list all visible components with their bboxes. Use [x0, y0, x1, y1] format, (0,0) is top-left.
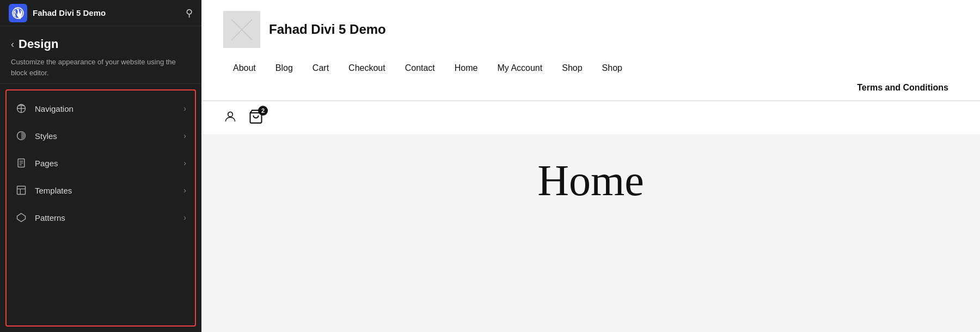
nav-link-cart[interactable]: Cart	[303, 59, 339, 81]
design-title: Design	[19, 37, 58, 51]
styles-chevron-icon: ›	[183, 131, 186, 140]
cart-icon-wrap[interactable]: 2	[248, 109, 264, 126]
site-name: Fahad Divi 5 Demo	[269, 22, 386, 37]
templates-label: Templates	[35, 186, 72, 195]
styles-icon	[15, 130, 27, 142]
navigation-icon	[15, 102, 27, 114]
svg-point-13	[228, 112, 233, 117]
design-back-row: ‹ Design	[11, 37, 191, 51]
sidebar: Fahad Divi 5 Demo ⚲ ‹ Design Customize t…	[0, 0, 201, 332]
templates-chevron-icon: ›	[183, 186, 186, 195]
page-heading: Home	[537, 156, 644, 206]
logo-placeholder-x	[223, 11, 260, 48]
sidebar-site-title: Fahad Divi 5 Demo	[33, 8, 180, 17]
nav-link-home[interactable]: Home	[445, 59, 488, 81]
sidebar-menu: Navigation › Styles ›	[5, 89, 196, 327]
pages-chevron-icon: ›	[183, 159, 186, 167]
patterns-icon	[15, 212, 27, 224]
styles-label: Styles	[35, 131, 57, 141]
cart-badge: 2	[258, 106, 268, 116]
user-icon[interactable]	[223, 110, 237, 126]
pages-label: Pages	[35, 159, 58, 168]
templates-icon	[15, 184, 27, 196]
nav-link-checkout[interactable]: Checkout	[339, 59, 395, 81]
sidebar-topbar: Fahad Divi 5 Demo ⚲	[0, 0, 201, 26]
sidebar-item-templates[interactable]: Templates ›	[7, 177, 195, 204]
nav-link-contact[interactable]: Contact	[395, 59, 445, 81]
sidebar-item-styles[interactable]: Styles ›	[7, 122, 195, 149]
patterns-chevron-icon: ›	[183, 213, 186, 222]
navigation-chevron-icon: ›	[183, 104, 186, 113]
site-branding: Fahad Divi 5 Demo	[223, 5, 958, 53]
site-logo-placeholder	[223, 11, 260, 48]
search-button[interactable]: ⚲	[186, 7, 193, 19]
nav-link-shop-1[interactable]: Shop	[552, 59, 592, 81]
nav-link-blog[interactable]: Blog	[266, 59, 303, 81]
pages-icon	[15, 157, 27, 169]
back-button[interactable]: ‹	[11, 39, 14, 50]
wp-logo	[9, 4, 27, 22]
nav-link-my-account[interactable]: My Account	[488, 59, 553, 81]
svg-marker-12	[17, 214, 26, 222]
nav-row2: Terms and Conditions	[223, 81, 958, 100]
navigation-label: Navigation	[35, 104, 74, 113]
page-content: Home	[201, 134, 980, 332]
svg-rect-9	[17, 186, 26, 195]
sidebar-item-pages[interactable]: Pages ›	[7, 149, 195, 177]
nav-link-terms[interactable]: Terms and Conditions	[847, 81, 958, 95]
icons-row: 2	[201, 101, 980, 134]
sidebar-item-navigation[interactable]: Navigation ›	[7, 95, 195, 122]
nav-link-shop-2[interactable]: Shop	[592, 59, 632, 81]
design-description: Customize the appearance of your website…	[11, 57, 191, 78]
site-header-preview: Fahad Divi 5 Demo About Blog Cart Checko…	[201, 0, 980, 101]
site-navigation: About Blog Cart Checkout Contact Home My…	[223, 53, 958, 81]
design-header: ‹ Design Customize the appearance of you…	[0, 26, 201, 84]
nav-link-about[interactable]: About	[223, 59, 266, 81]
main-preview: Fahad Divi 5 Demo About Blog Cart Checko…	[201, 0, 980, 332]
wordpress-logo-icon	[12, 7, 24, 19]
patterns-label: Patterns	[35, 213, 65, 222]
sidebar-item-patterns[interactable]: Patterns ›	[7, 204, 195, 231]
